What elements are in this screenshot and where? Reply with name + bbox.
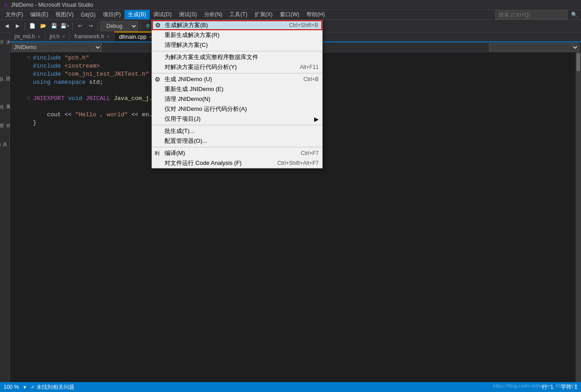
menu-debug[interactable]: 调试(D): [150, 10, 175, 19]
batch-build-label: 批生成(T)...: [165, 127, 194, 135]
clean-solution-item[interactable]: 清理解决方案(C): [152, 40, 322, 50]
compile-item[interactable]: 利 编译(M) Ctrl+F7: [152, 148, 322, 158]
sidebar-properties[interactable]: 属性: [0, 99, 9, 117]
tab-jni-md-h[interactable]: jni_md.h ×: [10, 32, 45, 41]
class-dropdown[interactable]: JNIDemo: [12, 43, 102, 51]
sidebar-bookmarks[interactable]: 书签: [0, 118, 9, 136]
analyze-file-shortcut: Ctrl+Shift+Alt+F7: [268, 160, 319, 166]
scrollbar-thumb[interactable]: [576, 53, 580, 71]
debug-config-select[interactable]: Debug Release: [101, 21, 138, 31]
tab-close-jni-h[interactable]: ×: [62, 34, 65, 39]
build-dropdown-menu[interactable]: ⚙ 生成解决方案(B) Ctrl+Shift+B 重新生成解决方案(R) 清理解…: [151, 20, 323, 169]
save-button[interactable]: 💾: [49, 21, 59, 31]
no-issues-status: ✓ 未找到相关问题: [31, 383, 74, 391]
compile-shortcut: Ctrl+F7: [292, 150, 319, 156]
clean-project-label: 清理 JNIDemo(N): [165, 95, 210, 103]
build-solution-icon: ⚙: [155, 22, 161, 29]
menu-analyze[interactable]: 分析(N): [201, 10, 226, 19]
method-dropdown[interactable]: [489, 43, 579, 51]
only-project-label: 仅用于项目(J): [165, 115, 201, 123]
tab-framework-h[interactable]: framework.h ×: [70, 32, 114, 41]
rebuild-project-item[interactable]: 重新生成 JNIDemo (E): [152, 84, 322, 94]
sidebar-solution-explorer[interactable]: 解决方案: [0, 34, 9, 70]
menu-git[interactable]: Git(G): [77, 11, 99, 19]
zoom-dropdown-icon[interactable]: ▼: [23, 385, 27, 390]
menu-extend[interactable]: 扩展(X): [251, 10, 276, 19]
build-project-shortcut: Ctrl+B: [294, 76, 319, 82]
build-solution-shortcut: Ctrl+Shift+B: [280, 22, 318, 28]
menu-test[interactable]: 测试(S): [175, 10, 201, 19]
menu-edit[interactable]: 编辑(E): [27, 10, 52, 19]
forward-button[interactable]: ▶: [13, 21, 23, 31]
clean-project-item[interactable]: 清理 JNIDemo(N): [152, 94, 322, 104]
compile-icon: 利: [155, 150, 160, 157]
batch-build-item[interactable]: 批生成(T)...: [152, 126, 322, 136]
analyze-file-item[interactable]: 对文件运行 Code Analysis (F) Ctrl+Shift+Alt+F…: [152, 158, 322, 168]
left-sidebar: 解决方案 团队 属性 书签 工具箱: [0, 32, 10, 382]
analyze-project-item[interactable]: 仅对 JNIDemo 运行代码分析(A): [152, 104, 322, 114]
new-file-button[interactable]: 📄: [27, 21, 37, 31]
menu-help[interactable]: 帮助(H): [303, 10, 329, 19]
menu-tools[interactable]: 工具(T): [226, 10, 251, 19]
menu-sep-3: [152, 125, 322, 125]
menu-file[interactable]: 文件(F): [2, 10, 27, 19]
menu-sep-2: [152, 73, 322, 73]
undo-button[interactable]: ↩: [75, 21, 85, 31]
menu-sep-4: [152, 147, 322, 147]
tab-close-framework-h[interactable]: ×: [107, 34, 110, 39]
menu-bar: 文件(F) 编辑(E) 视图(V) Git(G) 项目(P) 生成(B) 调试(…: [0, 10, 581, 20]
analyze-solution-shortcut: Alt+F11: [291, 64, 319, 70]
rebuild-solution-label: 重新生成解决方案(R): [165, 31, 220, 39]
menu-build[interactable]: 生成(B): [124, 10, 150, 19]
zoom-level: 100 %: [4, 384, 19, 390]
search-button[interactable]: 🔍: [569, 10, 579, 20]
watermark: https://blog.csdn.net/weixin_45110028: [493, 383, 577, 388]
app-title: JNIDemo - Microsoft Visual Studio: [11, 2, 93, 8]
menu-sep-1: [152, 51, 322, 51]
analyze-project-label: 仅对 JNIDemo 运行代码分析(A): [165, 105, 247, 113]
vertical-scrollbar[interactable]: [576, 52, 581, 382]
only-project-arrow: ▶: [314, 116, 319, 123]
analyze-file-label: 对文件运行 Code Analysis (F): [165, 159, 242, 167]
open-file-button[interactable]: 📂: [38, 21, 48, 31]
tab-dllmain-cpp[interactable]: dllmain.cpp ×: [114, 32, 157, 41]
menu-window[interactable]: 窗口(W): [276, 10, 303, 19]
rebuild-solution-item[interactable]: 重新生成解决方案(R): [152, 30, 322, 40]
build-project-item[interactable]: ⚙ 生成 JNIDemo (U) Ctrl+B: [152, 74, 322, 84]
build-solution-item[interactable]: ⚙ 生成解决方案(B) Ctrl+Shift+B: [152, 20, 322, 30]
menu-project[interactable]: 项目(P): [99, 10, 124, 19]
clean-solution-label: 清理解决方案(C): [165, 41, 208, 49]
compile-label: 编译(M): [165, 149, 185, 157]
analyze-solution-label: 对解决方案运行代码分析(Y): [165, 63, 237, 71]
config-manager-item[interactable]: 配置管理器(O)...: [152, 136, 322, 146]
publish-db-label: 为解决方案生成完整程序数据库文件: [165, 53, 258, 61]
rebuild-project-label: 重新生成 JNIDemo (E): [165, 85, 224, 93]
tab-jni-h[interactable]: jni.h ×: [45, 32, 70, 41]
publish-db-item[interactable]: 为解决方案生成完整程序数据库文件: [152, 52, 322, 62]
global-search-input[interactable]: [495, 10, 567, 19]
title-bar: A JNIDemo - Microsoft Visual Studio: [0, 0, 581, 10]
sidebar-toolbox[interactable]: 工具箱: [0, 137, 9, 155]
build-project-label: 生成 JNIDemo (U): [165, 75, 212, 83]
tab-close-jni-md-h[interactable]: ×: [37, 34, 40, 39]
vs-logo: A: [4, 1, 8, 9]
sidebar-team-explorer[interactable]: 团队: [0, 71, 9, 98]
config-manager-label: 配置管理器(O)...: [165, 137, 207, 145]
back-button[interactable]: ◀: [2, 21, 12, 31]
save-all-button[interactable]: 💾+: [60, 21, 70, 31]
menu-view[interactable]: 视图(V): [52, 10, 77, 19]
only-project-item[interactable]: 仅用于项目(J) ▶: [152, 114, 322, 124]
build-project-icon: ⚙: [155, 76, 160, 83]
analyze-solution-item[interactable]: 对解决方案运行代码分析(Y) Alt+F11: [152, 62, 322, 72]
build-solution-label: 生成解决方案(B): [165, 21, 208, 29]
redo-button[interactable]: ↪: [86, 21, 96, 31]
